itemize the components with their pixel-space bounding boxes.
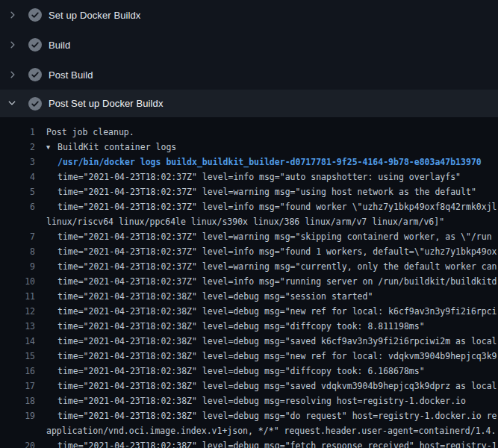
- line-number[interactable]: 16: [0, 366, 35, 376]
- line-number[interactable]: 10: [0, 276, 35, 287]
- log-text: BuildKit container logs: [57, 142, 176, 152]
- step-row-build[interactable]: Build: [0, 30, 498, 60]
- check-circle-icon: [28, 97, 42, 111]
- log-line: 9 time="2021-04-23T18:02:37Z" level=warn…: [0, 259, 498, 274]
- log-text: time="2021-04-23T18:02:38Z" level=debug …: [57, 381, 497, 391]
- step-label: Post Set up Docker Buildx: [49, 98, 164, 109]
- log-line: 13 time="2021-04-23T18:02:38Z" level=deb…: [0, 319, 498, 334]
- log-line: 18 time="2021-04-23T18:02:38Z" level=deb…: [0, 393, 498, 408]
- step-label: Set up Docker Buildx: [49, 10, 140, 21]
- log-line: 5 time="2021-04-23T18:02:37Z" level=warn…: [0, 184, 498, 199]
- step-label: Post Build: [49, 69, 93, 81]
- log-text: Post job cleanup.: [46, 127, 134, 137]
- log-text: time="2021-04-23T18:02:37Z" level=info m…: [57, 246, 497, 257]
- log-text: time="2021-04-23T18:02:38Z" level=debug …: [57, 336, 497, 346]
- log-line: 4 time="2021-04-23T18:02:37Z" level=info…: [0, 169, 498, 184]
- log-line: 15 time="2021-04-23T18:02:38Z" level=deb…: [0, 349, 498, 364]
- chevron-right-icon: [7, 10, 18, 20]
- log-line: 16 time="2021-04-23T18:02:38Z" level=deb…: [0, 364, 498, 379]
- step-row-set-up-docker-buildx[interactable]: Set up Docker Buildx: [0, 0, 498, 30]
- chevron-right-icon: [7, 40, 18, 50]
- step-row-post-set-up-docker-buildx[interactable]: Post Set up Docker Buildx: [0, 90, 498, 117]
- log-text: time="2021-04-23T18:02:38Z" level=debug …: [57, 306, 497, 317]
- log-text: application/vnd.oci.image.index.v1+json,…: [46, 426, 496, 436]
- log-line: linux/riscv64 linux/ppc64le linux/s390x …: [0, 214, 498, 229]
- log-line: application/vnd.oci.image.index.v1+json,…: [0, 423, 498, 438]
- line-number[interactable]: 3: [0, 157, 35, 167]
- log-text: time="2021-04-23T18:02:38Z" level=debug …: [57, 441, 497, 448]
- log-command-text: /usr/bin/docker logs buildx_buildkit_bui…: [57, 157, 482, 167]
- log-line: 2 ▼ BuildKit container logs: [0, 140, 498, 155]
- check-circle-icon: [28, 38, 42, 52]
- step-row-post-build[interactable]: Post Build: [0, 60, 498, 90]
- chevron-right-icon: [7, 69, 18, 80]
- log-text: time="2021-04-23T18:02:38Z" level=debug …: [57, 351, 497, 361]
- collapse-triangle-icon[interactable]: ▼: [46, 143, 57, 151]
- log-text: time="2021-04-23T18:02:38Z" level=debug …: [57, 411, 497, 421]
- log-text: time="2021-04-23T18:02:38Z" level=debug …: [57, 321, 425, 332]
- log-line: 12 time="2021-04-23T18:02:38Z" level=deb…: [0, 304, 498, 319]
- log-line: 19 time="2021-04-23T18:02:38Z" level=deb…: [0, 408, 498, 423]
- log-text: time="2021-04-23T18:02:38Z" level=debug …: [57, 366, 425, 376]
- actions-log-viewer: Set up Docker Buildx Build Post Build: [0, 0, 498, 448]
- log-text: linux/riscv64 linux/ppc64le linux/s390x …: [46, 217, 444, 227]
- line-number[interactable]: 11: [0, 291, 35, 302]
- log-text: time="2021-04-23T18:02:37Z" level=warnin…: [57, 231, 492, 242]
- log-text: time="2021-04-23T18:02:38Z" level=debug …: [57, 291, 373, 302]
- chevron-down-icon: [7, 99, 18, 109]
- step-list: Set up Docker Buildx Build Post Build: [0, 0, 498, 117]
- log-console[interactable]: 1 Post job cleanup. 2 ▼ BuildKit contain…: [0, 117, 498, 448]
- log-line: 14 time="2021-04-23T18:02:38Z" level=deb…: [0, 334, 498, 349]
- line-number[interactable]: 18: [0, 396, 35, 406]
- log-text: time="2021-04-23T18:02:37Z" level=info m…: [57, 172, 461, 182]
- log-line: 20 time="2021-04-23T18:02:38Z" level=deb…: [0, 438, 498, 448]
- line-number[interactable]: 1: [0, 127, 35, 137]
- log-line: 11 time="2021-04-23T18:02:38Z" level=deb…: [0, 289, 498, 304]
- log-line: 1 Post job cleanup.: [0, 125, 498, 140]
- line-number[interactable]: 2: [0, 142, 35, 152]
- log-text: time="2021-04-23T18:02:38Z" level=debug …: [57, 396, 466, 406]
- log-line: 17 time="2021-04-23T18:02:38Z" level=deb…: [0, 379, 498, 393]
- line-number[interactable]: 12: [0, 306, 35, 317]
- line-number[interactable]: 5: [0, 187, 35, 197]
- log-text: time="2021-04-23T18:02:37Z" level=warnin…: [57, 187, 476, 197]
- line-number[interactable]: 4: [0, 172, 35, 182]
- check-circle-icon: [28, 68, 42, 81]
- line-number[interactable]: 13: [0, 321, 35, 332]
- line-number[interactable]: 17: [0, 381, 35, 391]
- line-number[interactable]: 15: [0, 351, 35, 361]
- log-text: time="2021-04-23T18:02:37Z" level=warnin…: [57, 261, 497, 272]
- line-number[interactable]: 6: [0, 202, 35, 212]
- log-line: 8 time="2021-04-23T18:02:37Z" level=info…: [0, 244, 498, 259]
- check-circle-icon: [28, 8, 42, 22]
- line-number[interactable]: 19: [0, 411, 35, 421]
- line-number[interactable]: 14: [0, 336, 35, 346]
- log-line-command: 3 /usr/bin/docker logs buildx_buildkit_b…: [0, 155, 498, 169]
- line-number[interactable]: 8: [0, 246, 35, 257]
- line-number[interactable]: 7: [0, 231, 35, 242]
- line-number[interactable]: 20: [0, 441, 35, 448]
- line-number[interactable]: 9: [0, 261, 35, 272]
- log-text: time="2021-04-23T18:02:37Z" level=info m…: [57, 202, 497, 212]
- log-line: 7 time="2021-04-23T18:02:37Z" level=warn…: [0, 229, 498, 244]
- log-line: 10 time="2021-04-23T18:02:37Z" level=inf…: [0, 274, 498, 289]
- step-label: Build: [49, 40, 70, 51]
- log-text: time="2021-04-23T18:02:37Z" level=info m…: [57, 276, 497, 287]
- log-line: 6 time="2021-04-23T18:02:37Z" level=info…: [0, 199, 498, 214]
